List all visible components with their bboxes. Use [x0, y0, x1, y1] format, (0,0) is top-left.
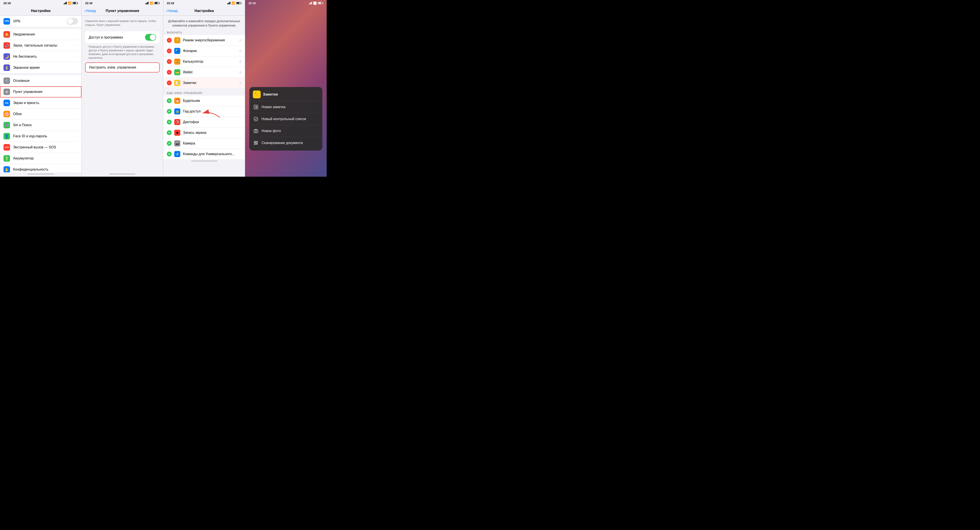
vpn-toggle[interactable] [67, 18, 78, 25]
item-guided[interactable]: + 🔒 Гид-доступ [163, 106, 245, 117]
add-alarm-btn[interactable]: + [167, 98, 172, 103]
power-label: Режим энергосбережения [183, 38, 239, 42]
signal-icon-3 [227, 2, 231, 4]
general-chevron: › [77, 79, 78, 83]
add-camera-btn[interactable]: + [167, 141, 172, 146]
item-flashlight[interactable]: − 🔦 Фонарик ≡ [163, 46, 245, 56]
item-alarm[interactable]: + ⏰ Будильник [163, 95, 245, 106]
settings-row-wallpaper[interactable]: 🌸 Обои › [0, 109, 81, 120]
add-shortcuts-btn[interactable]: + [167, 152, 172, 156]
item-camera[interactable]: + 📷 Камера [163, 138, 245, 149]
more-list: + ⏰ Будильник + 🔒 Гид-доступ + 🎙️ Диктоф… [163, 95, 245, 159]
notes-icon-glyph: ✏️ [255, 92, 259, 97]
battery-icon-1 [73, 2, 78, 4]
add-voice-btn[interactable]: + [167, 120, 172, 124]
checklist-icon [253, 116, 259, 122]
settings-row-faceid[interactable]: 👤 Face ID и код-пароль › [0, 131, 81, 142]
add-guided-btn[interactable]: + [167, 109, 172, 114]
dnd-label: Не беспокоить [13, 55, 77, 59]
flashlight-label: Фонарик [183, 49, 239, 53]
time-4: 22:18 [248, 2, 256, 5]
privacy-chevron: › [77, 168, 78, 171]
wifi-icon-2: 📶 [150, 2, 153, 5]
notes-menu-item-scan[interactable]: Сканирование документа [249, 137, 322, 149]
settings-row-control[interactable]: ⊞ Пункт управления › [0, 86, 81, 97]
item-shortcuts[interactable]: + ⚡ Команды для Универсального... [163, 149, 245, 159]
drag-wallet[interactable]: ≡ [239, 70, 242, 75]
settings-row-privacy[interactable]: ✋ Конфиденциальность › [0, 164, 81, 172]
settings-row-vpn[interactable]: VPN VPN [0, 16, 81, 27]
checklist-label: Новый контрольный список [262, 117, 306, 121]
remove-calculator-btn[interactable]: − [167, 59, 172, 64]
control-description: Смахните вниз с верхней правой части экр… [85, 19, 160, 27]
settings-list: VPN VPN 🔔 Уведомления › 🔊 З [0, 16, 81, 172]
nav-title-settings: Настройки [31, 9, 51, 13]
status-icons-2: 📶 [145, 2, 160, 5]
configure-row[interactable]: Настроить элем. управления › [85, 62, 160, 73]
drag-power[interactable]: ≡ [239, 38, 242, 43]
flashlight-icon: 🔦 [174, 48, 180, 54]
settings-row-battery[interactable]: 🔋 Аккумулятор › [0, 153, 81, 164]
panel-settings: 22:18 📶 Настройки VPN VPN [0, 0, 82, 177]
wifi-icon-3: 📶 [232, 2, 235, 5]
new-note-icon [253, 104, 259, 110]
sounds-chevron: › [77, 44, 78, 47]
remove-flashlight-btn[interactable]: − [167, 49, 172, 53]
settings-row-general[interactable]: ⚙️ Основные › [0, 75, 81, 86]
battery-icon-4 [318, 2, 323, 4]
remove-power-btn[interactable]: − [167, 38, 172, 43]
nav-back-control[interactable]: ‹ Назад [84, 9, 96, 13]
settings-row-notifications[interactable]: 🔔 Уведомления › [0, 29, 81, 40]
wallpaper-chevron: › [77, 112, 78, 116]
scan-icon [253, 140, 259, 146]
item-voice[interactable]: + 🎙️ Диктофон [163, 117, 245, 127]
status-icons-4: 📶 [309, 2, 323, 5]
status-bar-2: 22:18 📶 [82, 0, 163, 6]
settings-row-siri[interactable]: 🔮 Siri и Поиск › [0, 120, 81, 131]
access-toggle[interactable] [145, 34, 156, 41]
drag-notes[interactable]: ≡ [239, 81, 242, 85]
signal-icon-2 [145, 2, 148, 4]
settings-row-sounds[interactable]: 🔊 Звуки, тактильные сигналы › [0, 40, 81, 51]
notes-menu-item-checklist[interactable]: Новый контрольный список [249, 113, 322, 125]
nav-title-configure: Настройка [194, 9, 214, 13]
camera-label: Камера [183, 141, 242, 145]
item-wallet[interactable]: − 💳 Wallet ≡ [163, 67, 245, 78]
include-list: − 🔋 Режим энергосбережения ≡ − 🔦 Фонарик… [163, 35, 245, 88]
faceid-label: Face ID и код-пароль [13, 134, 77, 138]
item-notes[interactable]: − 📝 Заметки ≡ [163, 78, 245, 88]
remove-notes-btn[interactable]: − [167, 81, 172, 85]
wallet-icon: 💳 [174, 69, 180, 75]
back-label-2: Назад [86, 9, 96, 13]
privacy-label: Конфиденциальность [13, 168, 77, 171]
notes-menu-item-new-photo[interactable]: Новое фото [249, 125, 322, 137]
item-power[interactable]: − 🔋 Режим энергосбережения ≡ [163, 35, 245, 46]
drag-flashlight[interactable]: ≡ [239, 49, 242, 53]
display-label: Экран и яркость [13, 101, 77, 105]
remove-wallet-btn[interactable]: − [167, 70, 172, 75]
nav-title-control: Пункт управления [106, 9, 139, 13]
wallpaper-label: Обои [13, 112, 77, 116]
settings-row-sos[interactable]: SOS Экстренный вызов — SOS › [0, 142, 81, 153]
add-record-btn[interactable]: + [167, 130, 172, 135]
guided-icon: 🔒 [174, 108, 180, 114]
battery-settings-icon: 🔋 [3, 155, 10, 162]
settings-row-screentime[interactable]: ⏳ Экранное время › [0, 62, 81, 73]
drag-calculator[interactable]: ≡ [239, 59, 242, 64]
svg-rect-7 [254, 143, 256, 145]
item-calculator[interactable]: − 🧮 Калькулятор ≡ [163, 56, 245, 67]
control-content: Смахните вниз с верхней правой части экр… [82, 16, 163, 172]
settings-row-display[interactable]: AA Экран и яркость › [0, 97, 81, 109]
settings-row-dnd[interactable]: 🌙 Не беспокоить › [0, 51, 81, 62]
camera-icon: 📷 [174, 140, 180, 146]
item-record[interactable]: + ⏺ Запись экрана [163, 127, 245, 138]
notes-menu-item-new-note[interactable]: Новая заметка [249, 101, 322, 113]
wallet-label: Wallet [183, 70, 239, 74]
signal-icon-1 [64, 2, 67, 4]
status-bar-1: 22:18 📶 [0, 0, 81, 6]
nav-back-configure[interactable]: ‹ Назад [166, 9, 178, 13]
signal-icon-4 [309, 2, 312, 4]
back-chevron-3: ‹ [166, 9, 167, 13]
notifications-icon: 🔔 [3, 31, 10, 38]
more-section-header: ЕЩЕ ЭЛЕМ. УПРАВЛЕНИЯ [163, 90, 245, 95]
